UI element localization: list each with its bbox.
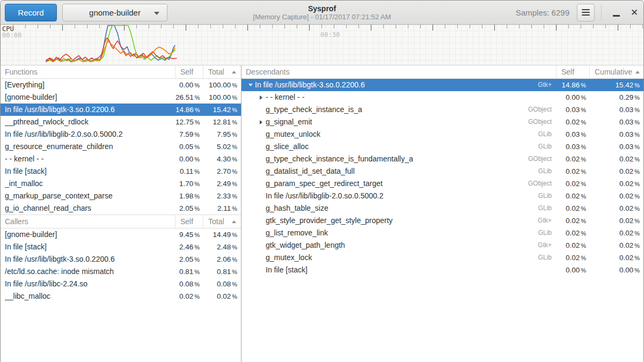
function-name: In file /usr/lib/libgtk-3.so.0.2200.6 [1,104,175,116]
table-row[interactable]: g_markup_parse_context_parse1.98%2.33% [1,190,241,202]
tree-row[interactable]: g_signal_emitGObject0.02%0.03% [241,116,643,128]
function-name: __pthread_rwlock_rdlock [1,116,175,128]
tree-row[interactable]: gtk_style_provider_get_style_propertyGtk… [241,215,643,227]
total-value: 0.02% [203,290,241,303]
callers-table-header: Callers Self Total [1,215,241,228]
table-row[interactable]: In file [stack]0.11%2.70% [1,165,241,178]
total-value: 0.81% [203,265,241,278]
tree-row[interactable]: In file /usr/lib/libglib-2.0.so.0.5000.2… [241,190,643,202]
window-title: Sysprof [308,4,336,13]
self-value: 0.00% [557,91,590,104]
headerbar-separator [601,4,602,20]
total-column-header[interactable]: Total [203,215,241,228]
descendant-name: gtk_widget_path_lengthGtk+ [241,239,557,252]
table-row[interactable]: In file /usr/lib/libc-2.24.so0.08%0.08% [1,278,241,290]
cumulative-column-header[interactable]: Cumulative [590,65,643,78]
expander-closed-icon[interactable] [260,120,262,124]
functions-table: [Everything]0.00%100.00%[gnome-builder]2… [1,79,241,215]
cumulative-value: 0.03% [590,128,643,141]
tree-row[interactable]: g_hash_table_sizeGLib0.02%0.02% [241,202,643,215]
record-button[interactable]: Record [5,4,57,21]
descendants-table-header: Descendants Self Cumulative [241,65,643,79]
callers-column-header[interactable]: Callers [1,215,175,228]
self-value: 0.02% [557,202,590,215]
library-tag: Gtk+ [538,239,557,252]
tree-row[interactable]: In file [stack]0.00%0.00% [241,264,643,276]
table-row[interactable]: In file /usr/lib/libgtk-3.so.0.2200.614.… [1,104,241,116]
table-row[interactable]: In file /usr/lib/libgtk-3.so.0.2200.62.0… [1,253,241,265]
functions-column-header[interactable]: Functions [1,65,175,78]
self-value: 0.02% [557,252,590,264]
table-row[interactable]: In file /usr/lib/libglib-2.0.so.0.5000.2… [1,128,241,141]
total-value: 4.30% [203,153,241,166]
self-value: 0.05% [175,141,203,153]
expander-open-icon[interactable] [248,84,253,86]
total-value: 15.42% [203,104,241,116]
cumulative-value: 0.02% [590,202,643,215]
library-tag: Gtk+ [538,79,557,91]
sort-ascending-icon [232,71,236,73]
table-row[interactable]: _int_malloc1.70%2.49% [1,178,241,190]
self-column-header[interactable]: Self [175,65,203,78]
hamburger-menu-icon [582,12,590,13]
self-value: 0.03% [557,104,590,116]
time-label-start: 00:00 [2,32,21,39]
function-name: In file [stack] [1,241,175,253]
table-row[interactable]: g_resource_enumerate_children0.05%5.02% [1,141,241,153]
self-value: 0.02% [557,165,590,178]
cumulative-value: 0.03% [590,141,643,153]
table-row[interactable]: [gnome-builder]26.51%100.00% [1,91,241,104]
descendant-name: In file /usr/lib/libgtk-3.so.0.2200.6Gtk… [241,79,557,91]
table-row[interactable]: - - kernel - -0.00%4.30% [1,153,241,165]
expander-closed-icon[interactable] [260,95,262,100]
self-value: 7.59% [175,128,203,141]
menu-button[interactable] [577,4,595,21]
self-column-header[interactable]: Self [175,215,203,228]
total-value: 7.95% [203,128,241,141]
descendants-column-header[interactable]: Descendants [241,65,557,78]
tree-row[interactable]: g_slice_allocGLib0.03%0.03% [241,141,643,153]
table-row[interactable]: g_io_channel_read_chars2.05%2.11% [1,202,241,215]
descendant-name: g_param_spec_get_redirect_targetGObject [241,178,557,190]
tree-row[interactable]: g_mutex_lockGLib0.02%0.02% [241,252,643,264]
table-row[interactable]: __pthread_rwlock_rdlock12.75%12.81% [1,116,241,128]
library-tag: GLib [538,202,557,215]
table-row[interactable]: [gnome-builder]9.45%14.49% [1,228,241,241]
self-value: 2.05% [175,202,203,215]
cpu-timeline-graph[interactable]: CPU 00:00 00:30 [1,25,643,65]
library-tag: GLib [538,128,557,141]
descendant-name: - - kernel - - [241,91,557,104]
tree-row[interactable]: g_list_remove_linkGLib0.02%0.02% [241,227,643,239]
close-button[interactable]: ✕ [625,3,643,21]
table-row[interactable]: __libc_malloc0.02%0.02% [1,290,241,302]
tree-row[interactable]: g_mutex_unlockGLib0.03%0.03% [241,128,643,141]
tree-row[interactable]: g_datalist_id_set_data_fullGLib0.02%0.02… [241,165,643,178]
tree-row[interactable]: In file /usr/lib/libgtk-3.so.0.2200.6Gtk… [241,79,643,91]
descendant-name: g_hash_table_sizeGLib [241,202,557,215]
sort-ascending-icon [635,71,640,73]
descendant-name: In file [stack] [241,264,557,276]
total-value: 14.49% [203,228,241,241]
minimize-button[interactable] [607,3,625,21]
tree-row[interactable]: g_type_check_instance_is_aGObject0.03%0.… [241,104,643,116]
tree-row[interactable]: g_type_check_instance_is_fundamentally_a… [241,153,643,165]
tree-row[interactable]: gtk_widget_path_lengthGtk+0.02%0.02% [241,239,643,252]
self-column-header[interactable]: Self [557,65,590,78]
process-selector-dropdown[interactable]: gnome-builder [62,4,167,21]
cumulative-value: 0.03% [590,104,643,116]
function-name: __libc_malloc [1,290,175,302]
cpu-red-line [46,38,177,61]
tree-row[interactable]: - - kernel - -0.00%0.29% [241,91,643,104]
function-name: g_io_channel_read_chars [1,202,175,215]
samples-count: Samples: 6299 [516,8,569,17]
library-tag: GLib [538,141,557,153]
cumulative-value: 0.02% [590,178,643,190]
table-row[interactable]: In file [stack]2.46%2.48% [1,241,241,253]
library-tag: GLib [538,190,557,202]
self-value: 0.11% [175,165,203,178]
table-row[interactable]: /etc/ld.so.cache: inode mismatch0.81%0.8… [1,265,241,278]
table-row[interactable]: [Everything]0.00%100.00% [1,79,241,91]
total-column-header[interactable]: Total [203,65,241,78]
descendant-name: g_datalist_id_set_data_fullGLib [241,165,557,178]
tree-row[interactable]: g_param_spec_get_redirect_targetGObject0… [241,178,643,190]
